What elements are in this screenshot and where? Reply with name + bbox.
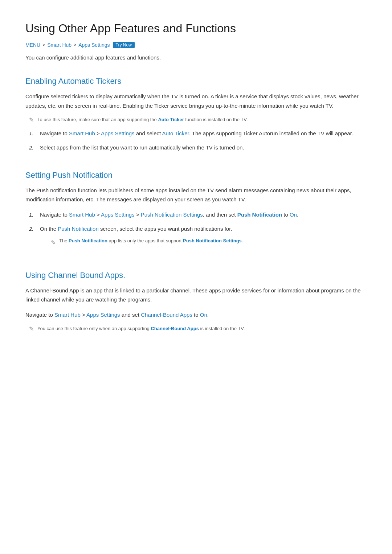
push-step-2: 2. On the Push Notification screen, sele… [29,224,367,253]
tickers-step1-sep1: > [95,130,101,136]
push-sub-link1[interactable]: Push Notification [69,238,107,243]
channel-nav-link2[interactable]: Apps Settings [86,312,120,318]
section-title-push: Setting Push Notification [25,171,367,180]
channel-nav-link4[interactable]: On [200,312,207,318]
push-step2-suffix: screen, select the apps you want push no… [99,226,232,232]
breadcrumb-sep1: > [42,42,45,48]
push-step1-mid: , and then set [203,212,237,218]
push-step1-link5[interactable]: On [290,212,297,218]
push-step1-link2[interactable]: Apps Settings [101,212,135,218]
section-title-tickers: Enabling Automatic Tickers [25,77,367,86]
section-channel-bound: Using Channel Bound Apps. A Channel-Boun… [25,271,367,333]
channel-note-suffix: is installed on the TV. [199,326,245,331]
channel-nav-link3[interactable]: Channel-Bound Apps [141,312,192,318]
note-icon-push-sub: ✎ [51,238,56,247]
push-sub-link2[interactable]: Push Notification Settings [183,238,242,243]
tickers-steps: 1. Navigate to Smart Hub > Apps Settings… [29,129,367,152]
push-sub-mid: app lists only the apps that support [107,238,183,243]
breadcrumb-sep2: > [74,42,76,48]
tickers-step1-number: 1. [29,129,35,138]
push-sub-note-text: The Push Notification app lists only the… [59,237,243,245]
try-now-badge[interactable]: Try Now [113,42,135,48]
tickers-step1-link3[interactable]: Auto Ticker [162,130,189,136]
tickers-step1-mid: and select [135,130,162,136]
push-step1-link3[interactable]: Push Notification Settings [141,212,203,218]
tickers-note: ✎ To use this feature, make sure that an… [29,116,367,124]
push-step1-number: 1. [29,210,35,219]
section-enabling-tickers: Enabling Automatic Tickers Configure sel… [25,77,367,152]
section-push-notification: Setting Push Notification The Push notif… [25,171,367,253]
push-step1-content: Navigate to Smart Hub > Apps Settings > … [40,210,367,219]
section-desc-channel: A Channel-Bound App is an app that is li… [25,286,367,304]
tickers-step1-content: Navigate to Smart Hub > Apps Settings an… [40,129,367,138]
push-sub-note: ✎ The Push Notification app lists only t… [51,237,367,247]
push-step1-prefix: Navigate to [40,212,69,218]
page-title: Using Other App Features and Functions [25,22,367,35]
breadcrumb-apps-settings[interactable]: Apps Settings [78,42,110,48]
tickers-note-text: To use this feature, make sure that an a… [37,116,248,124]
push-step1-sep1: > [95,212,101,218]
channel-nav-link1[interactable]: Smart Hub [54,312,81,318]
tickers-note-prefix: To use this feature, make sure that an a… [37,117,158,122]
breadcrumb-menu[interactable]: MENU [25,42,40,48]
channel-note-prefix: You can use this feature only when an ap… [37,326,151,331]
channel-nav-suffix: to [192,312,200,318]
tickers-step1-link2[interactable]: Apps Settings [101,130,135,136]
tickers-step2-number: 2. [29,143,35,152]
push-steps: 1. Navigate to Smart Hub > Apps Settings… [29,210,367,253]
note-icon-channel: ✎ [29,325,34,332]
push-step2-content: On the Push Notification screen, select … [40,224,367,253]
page-container: Using Other App Features and Functions M… [0,0,392,376]
push-step2-prefix: On the [40,226,58,232]
channel-nav-prefix: Navigate to [25,312,54,318]
tickers-note-suffix: function is installed on the TV. [184,117,248,122]
push-step1-link1[interactable]: Smart Hub [69,212,95,218]
channel-nav-sep: > [81,312,86,318]
tickers-step-1: 1. Navigate to Smart Hub > Apps Settings… [29,129,367,138]
push-step1-sep2: > [135,212,141,218]
tickers-step1-suffix: . The apps supporting Ticker Autorun ins… [189,130,353,136]
channel-note-link[interactable]: Channel-Bound Apps [151,326,199,331]
push-sub-prefix: The [59,238,69,243]
push-step2-link1[interactable]: Push Notification [58,226,99,232]
channel-nav-mid: and set [120,312,141,318]
channel-note-text: You can use this feature only when an ap… [37,325,245,333]
breadcrumb-smarthub[interactable]: Smart Hub [47,42,72,48]
section-title-channel: Using Channel Bound Apps. [25,271,367,280]
push-step1-link4[interactable]: Push Notification [237,212,282,218]
push-sub-period: . [242,238,243,243]
note-icon-tickers: ✎ [29,116,34,123]
push-step-1: 1. Navigate to Smart Hub > Apps Settings… [29,210,367,219]
intro-text: You can configure additional app feature… [25,53,367,62]
push-step1-suffix: to [282,212,290,218]
push-step1-period: . [297,212,298,218]
section-desc-push: The Push notification function lets publ… [25,186,367,204]
tickers-note-link[interactable]: Auto Ticker [158,117,184,122]
tickers-step-2: 2. Select apps from the list that you wa… [29,143,367,152]
tickers-step1-link1[interactable]: Smart Hub [69,130,95,136]
section-desc-tickers: Configure selected tickers to display au… [25,92,367,110]
channel-nav-period: . [207,312,209,318]
tickers-step1-prefix: Navigate to [40,130,69,136]
breadcrumb: MENU > Smart Hub > Apps Settings Try Now [25,42,367,48]
channel-nav-text: Navigate to Smart Hub > Apps Settings an… [25,310,367,320]
push-step2-number: 2. [29,224,35,234]
channel-note: ✎ You can use this feature only when an … [29,325,367,333]
tickers-step2-content: Select apps from the list that you want … [40,143,367,152]
